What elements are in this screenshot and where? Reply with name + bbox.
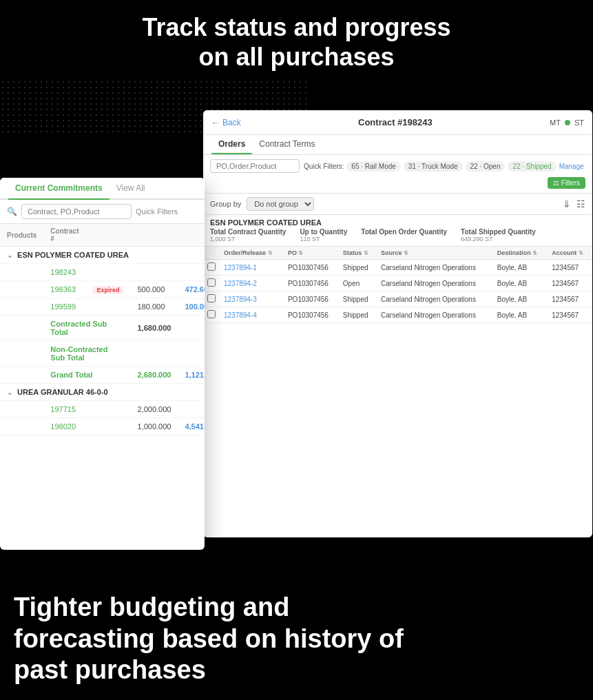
filter-chip-open[interactable]: 22 · Open (466, 161, 506, 172)
download-icon[interactable]: ⇓ (563, 198, 571, 209)
row-checkbox[interactable] (207, 262, 216, 271)
bottom-line2: forecasting based on history of (14, 624, 404, 653)
filter-bar: Quick Filters: 65 · Rail Mode 31 · Truck… (203, 155, 592, 194)
contract-title: Contract #198243 (358, 117, 433, 127)
top-heading-line1: Track status and progress (142, 13, 450, 41)
manage-link[interactable]: Manage (559, 163, 584, 170)
grand-total-label: Grand Total (43, 367, 130, 384)
non-contracted-subtotal-row: Non-Contracted Sub Total (0, 341, 205, 367)
status-cell: Open (339, 276, 377, 291)
non-contracted-subtotal-val (130, 341, 178, 367)
total-contract-qty: Total Contract Quantity 1,000 ST (210, 228, 286, 243)
destination-cell: Boyle, AB (493, 291, 548, 307)
table-row: 1237894-3 PO10307456 Shipped Carseland N… (203, 291, 592, 307)
header-right: MT ST (550, 119, 584, 127)
shipped-col: 4,541.332 (178, 418, 205, 435)
destination-cell: Boyle, AB (493, 276, 548, 291)
panel-search-bar: 🔍 Quick Filters (0, 200, 205, 224)
th-contract-num: Contract # (43, 224, 85, 247)
filter-chip-shipped[interactable]: 22 · Shipped (508, 161, 556, 172)
row-checkbox[interactable] (207, 278, 216, 287)
account-cell: 1234567 (548, 276, 592, 291)
tab-current-commitments[interactable]: Current Commitments (8, 178, 110, 200)
subtotal-empty (0, 316, 43, 341)
icon-buttons: ⇓ ☷ (563, 198, 585, 209)
th-source: Source ⇅ (377, 247, 493, 260)
table-row: 1237894-2 PO10307456 Open Carseland Nitr… (203, 276, 592, 291)
order-link[interactable]: 1237894-1 (224, 264, 257, 271)
quick-filters-label: Quick Filters: (304, 163, 344, 170)
expand-icon: ⌄ (7, 389, 12, 396)
th-col5 (178, 224, 205, 247)
shipped-col: 472.660 (178, 281, 205, 298)
product-name-urea: UREA GRANULAR 46-0-0 (17, 388, 108, 396)
product-name-esn: ESN POLYMER COATED UREA (17, 251, 129, 259)
product-cell-empty (0, 264, 43, 281)
grand-total-row: Grand Total 2,680.000 1,121.950 (0, 367, 205, 384)
contract-link[interactable]: 198243 (43, 264, 85, 281)
status-cell: Shipped (339, 307, 377, 323)
grid-icon[interactable]: ☷ (576, 198, 585, 209)
status-cell: Shipped (339, 260, 377, 276)
back-button[interactable]: ← Back (211, 118, 241, 127)
back-label: Back (222, 118, 241, 127)
tab-view-all[interactable]: View All (110, 178, 152, 198)
filters-button[interactable]: ⚖ Filters (548, 177, 585, 189)
panel-table: Products Contract # ⌄ ESN POLYMER COATED… (0, 224, 205, 435)
source-cell: Carseland Nitrogen Operations (377, 276, 493, 291)
top-heading: Track status and progress on all purchas… (0, 0, 593, 79)
shipped-col: 100.00 (178, 298, 205, 316)
source-cell: Carseland Nitrogen Operations (377, 291, 493, 307)
filter-chips: Quick Filters: 65 · Rail Mode 31 · Truck… (304, 161, 584, 172)
filter-chip-truck[interactable]: 31 · Truck Mode (404, 161, 463, 172)
po-cell: PO10307456 (284, 307, 339, 323)
contracted-subtotal-val: 1,680.000 (130, 316, 178, 341)
grand-total-shipped: 1,121.950 (178, 367, 205, 384)
search-icon: 🔍 (7, 207, 17, 216)
th-account: Account ⇅ (548, 247, 592, 260)
top-heading-line2: on all purchases (198, 43, 394, 71)
contract-link[interactable]: 198020 (43, 418, 85, 435)
tab-orders[interactable]: Orders (211, 135, 252, 154)
app-header: ← Back Contract #198243 MT ST (203, 110, 592, 135)
group-by-select[interactable]: Do not group (247, 197, 314, 211)
status-indicator (565, 120, 570, 125)
list-item: 198243 (0, 264, 205, 281)
order-link[interactable]: 1237894-2 (224, 280, 257, 287)
app-window: ← Back Contract #198243 MT ST Orders Con… (203, 110, 592, 537)
shipped-col (178, 264, 205, 281)
row-checkbox[interactable] (207, 310, 216, 318)
th-col4 (130, 224, 178, 247)
contract-link[interactable]: 198363 (43, 281, 85, 298)
qty-col: 1,000.000 (130, 418, 178, 435)
app-tabs: Orders Contract Terms (203, 135, 592, 155)
order-link[interactable]: 1237894-3 (224, 296, 257, 303)
order-link[interactable]: 1237894-4 (224, 311, 257, 319)
product-cell-empty (0, 401, 43, 418)
order-search-input[interactable] (210, 159, 300, 173)
filter-chip-rail[interactable]: 65 · Rail Mode (346, 161, 400, 172)
contracted-subtotal-shipped (178, 316, 205, 341)
status-col (85, 298, 130, 316)
grand-total-empty (0, 367, 43, 384)
product-cell-empty (0, 298, 43, 316)
shipped-col (178, 401, 205, 418)
non-contracted-subtotal-shipped (178, 341, 205, 367)
row-checkbox[interactable] (207, 294, 216, 302)
contract-link[interactable]: 197715 (43, 401, 85, 418)
non-subtotal-empty (0, 341, 43, 367)
th-status: Status ⇅ (339, 247, 377, 260)
quick-filters-label: Quick Filters (136, 207, 178, 216)
panel-search-input[interactable] (21, 204, 132, 219)
panel-table-container: Products Contract # ⌄ ESN POLYMER COATED… (0, 224, 205, 435)
table-row: 1237894-1 PO10307456 Shipped Carseland N… (203, 260, 592, 276)
product-expand-row[interactable]: ⌄ ESN POLYMER COATED UREA (0, 247, 205, 264)
panel-tabs: Current Commitments View All (0, 178, 205, 200)
tab-contract-terms[interactable]: Contract Terms (252, 135, 322, 154)
contract-link[interactable]: 199599 (43, 298, 85, 316)
th-destination: Destination ⇅ (493, 247, 548, 260)
product-expand-row[interactable]: ⌄ UREA GRANULAR 46-0-0 (0, 384, 205, 401)
source-cell: Carseland Nitrogen Operations (377, 307, 493, 323)
product-cell-empty (0, 281, 43, 298)
status-col (85, 264, 130, 281)
